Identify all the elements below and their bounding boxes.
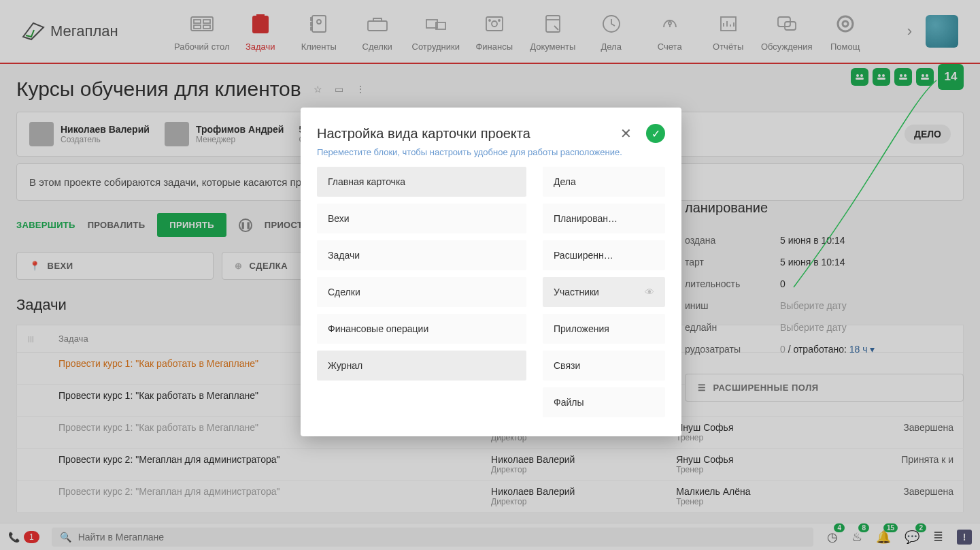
layout-block[interactable]: Финансовые операции xyxy=(317,314,526,344)
layout-block[interactable]: Расширенн… xyxy=(543,240,665,270)
modal-subtitle: Переместите блоки, чтобы настроить удобн… xyxy=(317,147,665,157)
layout-block[interactable]: Планирован… xyxy=(543,204,665,233)
visibility-toggle-icon[interactable]: 👁 xyxy=(645,287,654,297)
layout-block[interactable]: Связи xyxy=(543,351,665,381)
modal-close-button[interactable]: ✕ xyxy=(616,124,635,143)
layout-block[interactable]: Задачи xyxy=(317,240,526,270)
layout-block[interactable]: Главная карточка xyxy=(317,167,526,197)
layout-block[interactable]: Сделки xyxy=(317,277,526,307)
layout-block[interactable]: Участники👁 xyxy=(543,277,665,307)
card-layout-modal: Настройка вида карточки проекта ✕ ✓ Пере… xyxy=(301,108,681,436)
layout-block[interactable]: Приложения xyxy=(543,314,665,344)
modal-title: Настройка вида карточки проекта xyxy=(317,126,616,142)
layout-block[interactable]: Дела xyxy=(543,167,665,197)
layout-block[interactable]: Журнал xyxy=(317,351,526,381)
layout-block[interactable]: Файлы xyxy=(543,387,665,417)
layout-block[interactable]: Вехи xyxy=(317,204,526,233)
modal-confirm-button[interactable]: ✓ xyxy=(646,124,665,143)
